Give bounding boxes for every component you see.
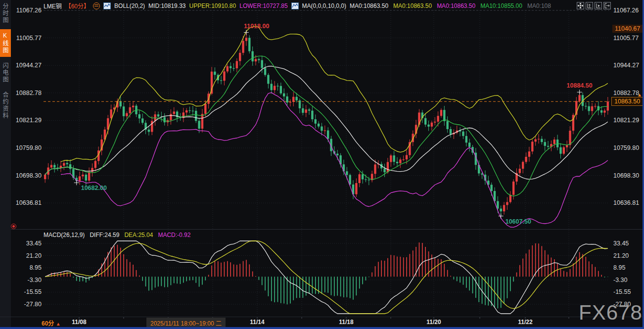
macd-histogram bbox=[45, 242, 608, 308]
panel-separator bbox=[0, 229, 644, 230]
date-label-11-22: 11/22 bbox=[518, 319, 532, 326]
annotation-11018.00: 11018.00 bbox=[244, 23, 269, 30]
left-axis-tick: -15.55 bbox=[11, 288, 42, 296]
right-axis-tick: 21.20 bbox=[613, 252, 644, 260]
indicator-settings-icon[interactable] bbox=[11, 224, 16, 229]
annotation-10682.00: 10682.00 bbox=[81, 185, 107, 191]
right-axis-tick: -3.30 bbox=[613, 276, 644, 284]
boll-mid-value: MID:10819.33 bbox=[148, 2, 185, 9]
period-selector[interactable]: 60分 ▲ bbox=[42, 319, 61, 327]
ma-value-0: MA0:10863.50 bbox=[350, 2, 388, 9]
chart-toolbar bbox=[577, 2, 611, 9]
right-axis-tick: 33.45 bbox=[613, 239, 644, 247]
axis-zoom-icon[interactable] bbox=[586, 2, 593, 9]
symbol-settings-icon[interactable] bbox=[93, 2, 100, 9]
right-axis-tick: 10821.29 bbox=[613, 116, 644, 124]
left-axis-tick: 21.20 bbox=[11, 252, 42, 260]
macd-indicator-header: MACD(26,12,9) DIFF:24.59 DEA:25.04 MACD:… bbox=[44, 232, 190, 238]
date-label-11-20: 11/20 bbox=[426, 319, 441, 326]
ma-value-2: MA0:10863.50 bbox=[437, 2, 475, 9]
crosshair-icon[interactable] bbox=[577, 2, 584, 9]
right-axis-tick: 10636.81 bbox=[613, 199, 644, 207]
right-axis-tick: 10944.27 bbox=[613, 61, 644, 69]
trading-app-window: 10682.0011018.0010607.5010884.50 分时图K线图闪… bbox=[0, 0, 644, 329]
ma-value-1: MA0:10863.50 bbox=[393, 2, 432, 9]
macd-lines bbox=[45, 241, 608, 314]
annotation-10884.50: 10884.50 bbox=[567, 82, 593, 89]
ma-value-4: MA0:108 bbox=[527, 2, 551, 9]
left-axis-tick: 11067.26 bbox=[11, 6, 42, 14]
fx678-watermark: FX678 bbox=[579, 301, 643, 325]
date-label-11-14: 11/14 bbox=[250, 319, 264, 326]
time-axis-bar: 60分 ▲ 11/0811/1411/1811/2011/22 2025/11/… bbox=[0, 317, 644, 328]
chart-type-sidebar: 分时图K线图闪电图合约资料 bbox=[0, 0, 11, 329]
boll-upper-value: UPPER:10910.80 bbox=[189, 2, 236, 9]
right-axis-tick: 10698.30 bbox=[613, 172, 644, 180]
boll-lower-value: LOWER:10727.85 bbox=[239, 2, 287, 9]
sidebar-tab-闪电图[interactable]: 闪电图 bbox=[0, 59, 11, 86]
candles-layer bbox=[44, 33, 609, 216]
kline-macd-chart-canvas: 10682.0011018.0010607.5010884.50 bbox=[0, 0, 644, 329]
overlay-lines bbox=[45, 26, 608, 228]
right-axis-tick: 8.95 bbox=[613, 264, 644, 272]
highlighted-time-range: 2025/11/11 18:00~19:00 二 bbox=[146, 318, 226, 328]
left-axis-tick: 8.95 bbox=[11, 264, 42, 272]
left-axis-tick: -3.30 bbox=[11, 276, 42, 284]
macd-macd-value: MACD:-0.92 bbox=[158, 232, 190, 238]
period-up-arrow-icon: ▲ bbox=[56, 321, 61, 327]
boll-indicator-icon[interactable] bbox=[103, 2, 111, 9]
axis-pan-icon[interactable] bbox=[595, 2, 602, 9]
sidebar-tab-K线图[interactable]: K线图 bbox=[0, 29, 11, 57]
macd-name: MACD(26,12,9) bbox=[44, 232, 85, 238]
left-axis-tick: 10636.81 bbox=[11, 199, 42, 207]
left-axis-tick: 11005.77 bbox=[11, 34, 42, 42]
left-axis-tick: 10698.30 bbox=[11, 172, 42, 180]
sidebar-tab-分时图[interactable]: 分时图 bbox=[0, 0, 11, 27]
left-axis-tick: 10759.80 bbox=[11, 144, 42, 152]
date-label-11-18: 11/18 bbox=[339, 319, 353, 326]
ma-indicator-icon[interactable] bbox=[291, 2, 299, 9]
date-label-11-08: 11/08 bbox=[72, 319, 86, 326]
macd-dea-value: DEA:25.04 bbox=[124, 232, 153, 238]
ma-values: MA0:10863.50MA0:10863.50MA0:10863.50MA10… bbox=[350, 2, 551, 9]
bottom-blue-strip bbox=[0, 327, 644, 329]
period-selector-label: 60分 bbox=[42, 320, 54, 327]
ma-name: MA(0,0,0,10,0,0) bbox=[302, 2, 346, 9]
main-indicator-header: LME铜 【60分】 BOLL(20,2) MID:10819.33 UPPER… bbox=[44, 1, 551, 10]
annotation-10607.50: 10607.50 bbox=[506, 218, 531, 225]
right-axis-tick: 11067.26 bbox=[613, 6, 644, 14]
sidebar-tab-合约资料[interactable]: 合约资料 bbox=[0, 89, 11, 122]
right-axis-tick: -15.55 bbox=[613, 288, 644, 296]
upper-reference-badge: 11040.67 bbox=[612, 25, 643, 33]
period-label: 【60分】 bbox=[65, 1, 90, 10]
right-axis-tick: 11005.77 bbox=[613, 34, 644, 42]
boll-name: BOLL(20,2) bbox=[114, 2, 145, 9]
right-axis-tick: 10759.80 bbox=[613, 144, 644, 152]
left-axis-tick: 10882.78 bbox=[11, 89, 42, 97]
left-axis-tick: 10821.29 bbox=[11, 116, 42, 124]
left-axis-tick: 33.45 bbox=[11, 239, 42, 247]
macd-diff-value: DIFF:24.59 bbox=[90, 232, 119, 238]
symbol-label: LME铜 bbox=[44, 1, 62, 10]
export-icon[interactable] bbox=[603, 2, 611, 9]
ma-value-3: MA10:10855.00 bbox=[480, 2, 522, 9]
grid-lines bbox=[44, 10, 609, 319]
left-axis-tick: -27.80 bbox=[11, 300, 42, 308]
price-up-arrow-icon: ▲ bbox=[637, 92, 642, 97]
current-price-badge: 10863.50 bbox=[611, 97, 643, 106]
left-axis-tick: 10944.27 bbox=[11, 61, 42, 69]
